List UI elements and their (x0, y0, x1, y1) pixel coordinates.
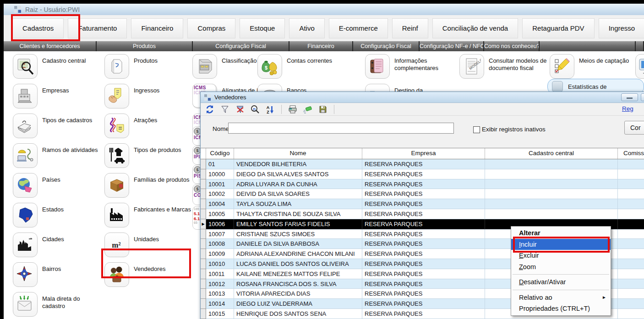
ribbon-item-label: Estados (42, 203, 103, 213)
table-row[interactable]: 10001ADRIA LUYARA R DA CUNHARESERVA PARQ… (201, 179, 644, 189)
toolbar-search-n-button[interactable]: n (250, 105, 260, 114)
main-titlebar[interactable]: Raiz - Usuário:PWI (4, 4, 644, 15)
ribbon-item-informacoes-complementares[interactable]: Informações complementares (365, 54, 459, 84)
ribbon-item-fabricantes-e-marcas[interactable]: Fabricantes e Marcas (104, 203, 198, 232)
toolbar-eraser-button[interactable] (303, 105, 313, 114)
estados-icon (13, 203, 38, 227)
table-cell: 10009 (206, 249, 234, 259)
table-row[interactable]: 10000DIEGO DA SILVA ALVES SANTOSRESERVA … (201, 169, 644, 179)
ribbon-item-label: Produtos (134, 54, 194, 65)
table-cell: 10010 (206, 259, 234, 269)
ingressos-icon (104, 84, 129, 108)
table-cell: VITORIA APARECIDA DIAS (234, 289, 362, 299)
produtos-icon (104, 54, 129, 79)
ribbon-item-ingressos[interactable]: Ingressos (104, 84, 198, 114)
monitor-icon (635, 54, 644, 79)
ribbon-item-paises[interactable]: Países (13, 173, 107, 203)
table-cell: 01 (206, 159, 234, 169)
table-cell: RESERVA PARQUES (362, 159, 485, 169)
table-cell: HENRIQUE DOS SANTOS SENA (234, 309, 362, 319)
tab-ingresso[interactable]: Ingresso (599, 18, 644, 38)
column-header-empresa[interactable]: Empresa (362, 148, 485, 159)
ribbon-item-cidades[interactable]: Cidades (13, 232, 107, 262)
ribbon-item-produtos[interactable]: Produtos (104, 54, 198, 84)
toolbar-refresh-button[interactable] (205, 105, 215, 114)
ribbon-item-atracoes[interactable]: Atrações (104, 114, 198, 143)
tab-compras[interactable]: Compras (187, 18, 235, 38)
tab-conciliacao-de-venda[interactable]: Conciliação de venda (432, 18, 518, 38)
table-row[interactable]: 01VENDEDOR BILHETERIARESERVA PARQUES (201, 159, 644, 169)
ribbon-item-tipos-de-cadastros[interactable]: Tipos de cadastros (13, 114, 107, 143)
ribbon-item-label: Estatísticas de (568, 83, 607, 90)
ribbon-item-label: Cadastro central (42, 54, 103, 65)
nome-input[interactable] (228, 123, 454, 134)
ribbon-item-bairros[interactable]: Bairros (13, 262, 107, 292)
tab-e-commerce[interactable]: E-commerce (329, 18, 388, 38)
ramos-atividades-icon (13, 143, 38, 168)
row-marker-cell (201, 309, 206, 319)
exibir-inativos-checkbox[interactable] (473, 126, 480, 133)
minimize-button[interactable] (621, 93, 638, 101)
ribbon-item-mala-direta-do-cadastro[interactable]: Mala direta do cadastro (13, 292, 107, 319)
menu-item-desativar-ativar[interactable]: Desativar/Ativar (511, 276, 611, 288)
svg-text:Z: Z (267, 110, 269, 114)
column-header-marker[interactable] (201, 148, 206, 159)
row-marker-cell (201, 229, 206, 239)
maximize-button[interactable] (641, 93, 644, 101)
meios-captacao-icon (550, 54, 574, 79)
tab-reinf[interactable]: Reinf (392, 18, 428, 38)
registros-link[interactable]: Reg (622, 105, 633, 112)
table-cell: 10007 (206, 229, 234, 239)
table-cell: 10005 (206, 209, 234, 219)
column-header-cadastro-central[interactable]: Cadastro central (485, 148, 618, 159)
table-cell: RESERVA PARQUES (362, 189, 485, 199)
ribbon-item-tipos-de-produtos[interactable]: Tipos de produtos (104, 143, 198, 173)
menu-item-propriedades-ctrl-t[interactable]: Propriedades (CTRL+T) (511, 303, 611, 314)
tab-financeiro[interactable]: Financeiro (131, 18, 183, 38)
category-empty (540, 41, 636, 51)
ribbon-item-familias-de-produtos[interactable]: Famílias de produtos (104, 173, 198, 203)
nome-label: Nome (213, 125, 229, 132)
toolbar-sort-az-button[interactable]: AZ (265, 105, 275, 114)
table-cell: THALYTA CRISTINA DE SOUZA SILVA (234, 209, 362, 219)
ribbon-item-contas-correntes[interactable]: $Contas correntes (257, 54, 351, 84)
table-cell (618, 299, 644, 309)
tab-ativo[interactable]: Ativo (289, 18, 324, 38)
row-marker-cell (201, 179, 206, 189)
ribbon-item-label: Ramos de atividades (42, 143, 103, 154)
ribbon-item-cadastro-central[interactable]: Cadastro central (13, 54, 107, 84)
ribbon-item-empresas[interactable]: Empresas (13, 84, 107, 114)
toolbar-filter-clear-button[interactable] (235, 105, 245, 114)
tab-retaguarda-pdv[interactable]: Retaguarda PDV (522, 18, 594, 38)
ribbon-item-estados[interactable]: Estados (13, 203, 107, 232)
tab-estoque[interactable]: Estoque (240, 18, 285, 38)
toolbar-save-button[interactable] (318, 105, 328, 114)
vendedores-titlebar[interactable]: Vendedores (201, 92, 644, 103)
table-row[interactable]: 10004TAYLA SOUZA LIMARESERVA PARQUES (201, 199, 644, 209)
table-cell: 10015 (206, 309, 234, 319)
table-cell (485, 169, 618, 179)
table-row[interactable]: 10002DEIVID DA SILVA SOARESRESERVA PARQU… (201, 189, 644, 199)
table-cell: 10008 (206, 239, 234, 249)
ribbon-item-label: Tipos de produtos (134, 143, 194, 154)
column-header-codigo[interactable]: Código (206, 148, 234, 159)
table-cell: DIEGO DA SILVA ALVES SANTOS (234, 169, 362, 179)
consultar-button[interactable]: Cor (624, 121, 644, 135)
toolbar-print-button[interactable] (288, 105, 298, 114)
toolbar-filter-button[interactable] (220, 105, 230, 114)
ribbon-item-ramos-de-atividades[interactable]: Ramos de atividades (13, 143, 107, 173)
row-marker-cell (201, 299, 206, 309)
column-header-nome[interactable]: Nome (234, 148, 362, 159)
row-marker-cell (201, 169, 206, 179)
ribbon-item-consultar-modelos-de-documento-fiscal[interactable]: MODELOConsultar modelos de documento fis… (459, 54, 553, 84)
row-marker-cell (201, 259, 206, 269)
menu-item-zoom[interactable]: Zoom (511, 261, 611, 273)
table-cell: ADRIA LUYARA R DA CUNHA (234, 179, 362, 189)
table-cell: RESERVA PARQUES (362, 299, 485, 309)
table-row[interactable]: 10005THALYTA CRISTINA DE SOUZA SILVARESE… (201, 209, 644, 219)
table-cell: KAILANE MENEZES MATTOS FELIPE (234, 269, 362, 279)
menu-item-relativo-ao[interactable]: Relativo ao► (511, 292, 611, 303)
column-header-comiss[interactable]: Comiss (618, 148, 644, 159)
annotation-box-vendedores (101, 249, 191, 278)
ribbon-column-1: Cadastro centralEmpresasTipos de cadastr… (13, 54, 107, 319)
